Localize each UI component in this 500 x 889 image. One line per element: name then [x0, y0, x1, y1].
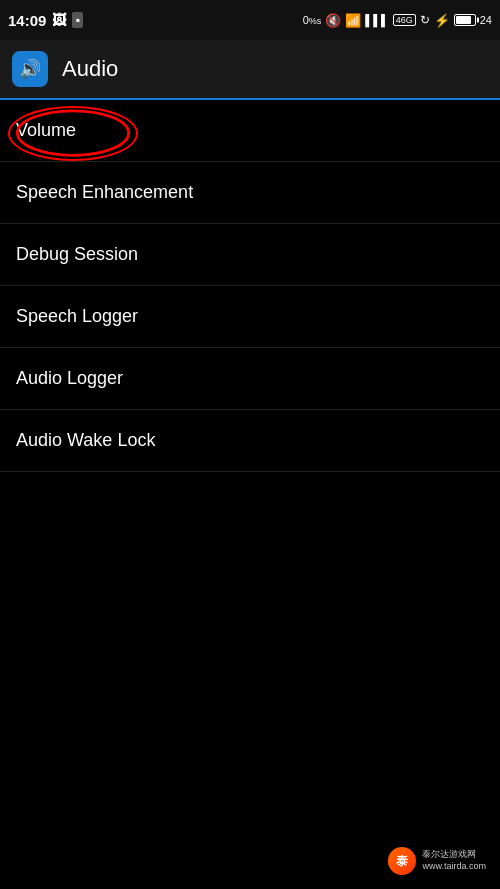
app-header: 🔊 Audio	[0, 40, 500, 100]
wifi-icon: 📶	[345, 13, 361, 28]
menu-item-volume[interactable]: Volume	[0, 100, 500, 162]
menu-item-label: Debug Session	[16, 244, 138, 265]
menu-item-debug-session[interactable]: Debug Session	[0, 224, 500, 286]
volume-label-wrapper: Volume	[16, 120, 76, 141]
status-time: 14:09	[8, 12, 46, 29]
notification-icon: ▪	[72, 12, 82, 28]
status-time-area: 14:09 🖼 ▪	[8, 12, 83, 29]
watermark-line1: 泰尔达游戏网	[422, 849, 486, 861]
sync-icon: ↻	[420, 13, 430, 27]
battery-icon	[454, 14, 476, 26]
lte-badge: 46G	[393, 14, 416, 26]
image-icon: 🖼	[52, 12, 66, 28]
signal-bars-icon: ▌▌▌	[365, 14, 388, 26]
menu-item-speech-enhancement[interactable]: Speech Enhancement	[0, 162, 500, 224]
menu-item-label: Audio Logger	[16, 368, 123, 389]
menu-list: Volume Speech Enhancement Debug Session …	[0, 100, 500, 472]
app-title: Audio	[62, 56, 118, 82]
watermark-line2: www.tairda.com	[422, 861, 486, 873]
menu-item-audio-logger[interactable]: Audio Logger	[0, 348, 500, 410]
watermark: 泰 泰尔达游戏网 www.tairda.com	[382, 843, 492, 879]
menu-item-label: Volume	[16, 120, 76, 140]
battery-number: 24	[480, 14, 492, 26]
menu-item-audio-wake-lock[interactable]: Audio Wake Lock	[0, 410, 500, 472]
watermark-logo: 泰	[388, 847, 416, 875]
menu-item-speech-logger[interactable]: Speech Logger	[0, 286, 500, 348]
watermark-logo-text: 泰	[396, 853, 408, 870]
menu-item-label: Speech Enhancement	[16, 182, 193, 203]
battery-percent-text: 0%s	[303, 14, 322, 26]
volume-off-icon: 🔇	[325, 13, 341, 28]
menu-item-label: Audio Wake Lock	[16, 430, 155, 451]
app-icon: 🔊	[12, 51, 48, 87]
charging-icon: ⚡	[434, 13, 450, 28]
watermark-text-block: 泰尔达游戏网 www.tairda.com	[422, 849, 486, 872]
menu-item-label: Speech Logger	[16, 306, 138, 327]
status-bar: 14:09 🖼 ▪ 0%s 🔇 📶 ▌▌▌ 46G ↻ ⚡ 24	[0, 0, 500, 40]
battery-fill	[456, 16, 471, 24]
audio-app-icon-symbol: 🔊	[19, 58, 41, 80]
status-icons: 0%s 🔇 📶 ▌▌▌ 46G ↻ ⚡ 24	[303, 13, 492, 28]
